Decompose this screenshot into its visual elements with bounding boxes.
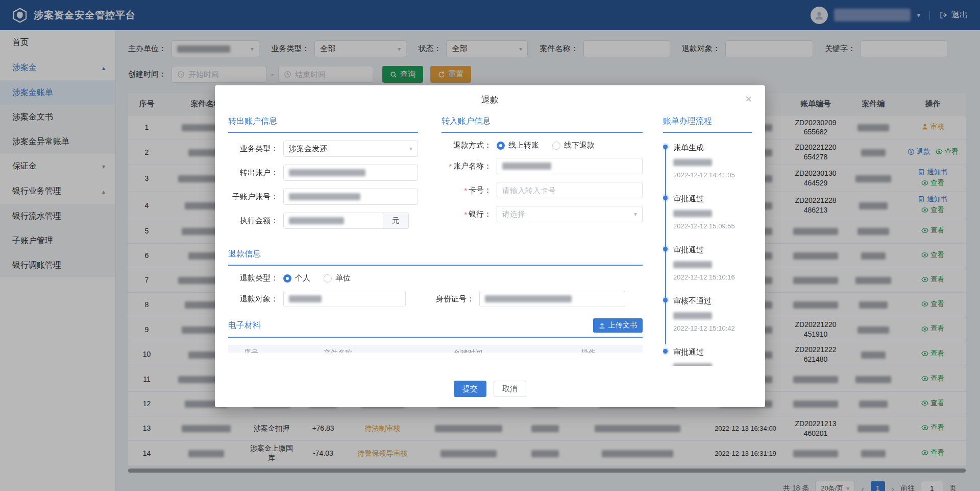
flow-step-dot-icon (663, 247, 668, 251)
sub-account-input[interactable] (283, 189, 418, 205)
account-name-input[interactable] (497, 158, 643, 174)
radio-offline-label: 线下退款 (564, 141, 595, 150)
transfer-in-section: 转入账户信息 退款方式： 线上转账 (442, 116, 643, 237)
redacted-value (485, 295, 572, 302)
out-account-label: 转出账户： (228, 168, 283, 178)
chevron-down-icon: ▾ (406, 145, 412, 152)
radio-unchecked-icon (552, 142, 560, 150)
materials-column-header: 操作 (534, 345, 643, 353)
bank-placeholder: 请选择 (502, 209, 525, 219)
modal-title: 退款 (481, 94, 499, 106)
bank-select[interactable]: 请选择 ▾ (497, 206, 643, 222)
modal-footer: 提交 取消 (215, 381, 765, 397)
redacted-value (289, 193, 360, 200)
flow-step-person (673, 260, 752, 269)
pay-method-label: 退款方式： (442, 141, 497, 150)
flow-step: 审批通过2022-12-12 13:56 (673, 347, 752, 366)
materials-table-header: 序号文件名称创建时间操作 (228, 345, 643, 353)
redacted-value (673, 210, 712, 217)
amount-unit: 元 (383, 213, 409, 229)
modal-body: 转出账户信息 业务类型： 涉案金发还 ▾ 转出账户： (215, 114, 765, 366)
card-number-input[interactable] (502, 186, 637, 195)
redacted-value (289, 295, 322, 302)
bank-label: *银行： (442, 209, 497, 219)
flow-step-time: 2022-12-12 14:41:05 (673, 171, 752, 179)
radio-offline-refund[interactable]: 线下退款 (552, 141, 595, 150)
radio-unchecked-icon (324, 274, 332, 283)
refund-target-label: 退款对象： (228, 294, 283, 304)
flow-step-person (673, 311, 752, 320)
upload-doc-label: 上传文书 (608, 321, 637, 330)
materials-section: 电子材料 上传文书 序号文件名称创建时间操作 (228, 318, 643, 353)
radio-organization[interactable]: 单位 (324, 273, 351, 283)
redacted-value (673, 363, 712, 366)
flow-step-title: 审核不通过 (673, 296, 752, 306)
flow-step-title: 审批通过 (673, 347, 752, 357)
transfer-out-section: 转出账户信息 业务类型： 涉案金发还 ▾ 转出账户： (228, 116, 418, 237)
submit-button[interactable]: 提交 (454, 381, 486, 397)
flow-timeline-line (665, 146, 666, 344)
account-name-label: *账户名称： (442, 161, 497, 171)
flow-step-dot-icon (663, 196, 668, 200)
section-title-transfer-out: 转出账户信息 (228, 116, 418, 133)
refund-target-input[interactable] (283, 291, 406, 307)
modal-overlay: 退款 × 转出账户信息 业务类型： 涉案金发还 ▾ (0, 0, 980, 491)
chevron-down-icon: ▾ (631, 211, 637, 218)
flow-step-title: 审批通过 (673, 194, 752, 204)
flow-step-person (673, 362, 752, 366)
required-mark: * (464, 210, 467, 219)
flow-steps: 账单生成2022-12-12 14:41:05审批通过2022-12-12 15… (663, 143, 752, 366)
biz-type-select[interactable]: 涉案金发还 ▾ (283, 141, 418, 157)
biz-type-value: 涉案金发还 (289, 144, 327, 154)
flow-step: 审批通过2022-12-12 15:09:55 (673, 194, 752, 230)
id-number-input[interactable] (479, 291, 625, 307)
radio-person-label: 个人 (295, 273, 310, 283)
radio-organization-label: 单位 (335, 273, 351, 283)
section-title-transfer-in: 转入账户信息 (442, 116, 643, 133)
materials-column-header: 文件名称 (274, 345, 402, 353)
radio-checked-icon (283, 274, 291, 283)
modal-form-area: 转出账户信息 业务类型： 涉案金发还 ▾ 转出账户： (228, 116, 643, 366)
page: 涉案资金安全管控平台 ▾ 退出 首页涉案金▴涉案金账单涉案 (0, 0, 980, 491)
redacted-value (502, 162, 551, 170)
flow-section: 账单办理流程 账单生成2022-12-12 14:41:05审批通过2022-1… (643, 116, 752, 366)
cancel-button[interactable]: 取消 (494, 381, 526, 397)
card-number-input-wrap (497, 182, 643, 198)
flow-step-dot-icon (663, 349, 668, 354)
id-number-label: 身份证号： (424, 294, 479, 304)
amount-input[interactable] (283, 213, 383, 229)
redacted-value (673, 159, 712, 166)
flow-step-time: 2022-12-12 15:10:42 (673, 324, 752, 332)
section-title-refund-info: 退款信息 (228, 249, 643, 266)
upload-icon (599, 322, 605, 329)
section-title-materials: 电子材料 (228, 320, 261, 331)
card-number-label: *卡号： (442, 185, 497, 195)
flow-step-person (673, 157, 752, 167)
flow-step-time: 2022-12-12 15:10:16 (673, 273, 752, 281)
flow-step: 审批通过2022-12-12 15:10:16 (673, 245, 752, 281)
materials-column-header: 序号 (228, 345, 274, 353)
redacted-value (673, 312, 712, 319)
redacted-value (673, 261, 712, 268)
sub-account-label: 子账户账号： (228, 192, 283, 202)
flow-step-dot-icon (663, 298, 668, 302)
out-account-input[interactable] (283, 165, 418, 181)
modal-header: 退款 × (215, 85, 765, 114)
upload-doc-button[interactable]: 上传文书 (593, 318, 643, 333)
flow-step: 审核不通过2022-12-12 15:10:42 (673, 296, 752, 332)
flow-step-person (673, 208, 752, 218)
flow-step-title: 审批通过 (673, 245, 752, 255)
close-icon[interactable]: × (745, 93, 752, 105)
refund-type-label: 退款类型： (228, 273, 283, 283)
redacted-value (289, 217, 344, 224)
radio-online-transfer[interactable]: 线上转账 (497, 141, 539, 150)
radio-checked-icon (497, 142, 505, 150)
flow-step: 账单生成2022-12-12 14:41:05 (673, 143, 752, 179)
refund-modal: 退款 × 转出账户信息 业务类型： 涉案金发还 ▾ (215, 85, 765, 407)
materials-column-header: 创建时间 (402, 345, 534, 353)
required-mark: * (449, 162, 452, 171)
radio-person[interactable]: 个人 (283, 273, 310, 283)
flow-step-dot-icon (663, 145, 668, 149)
amount-label: 执行金额： (228, 216, 283, 226)
refund-info-section: 退款信息 退款类型： 个人 单位 (228, 249, 643, 307)
